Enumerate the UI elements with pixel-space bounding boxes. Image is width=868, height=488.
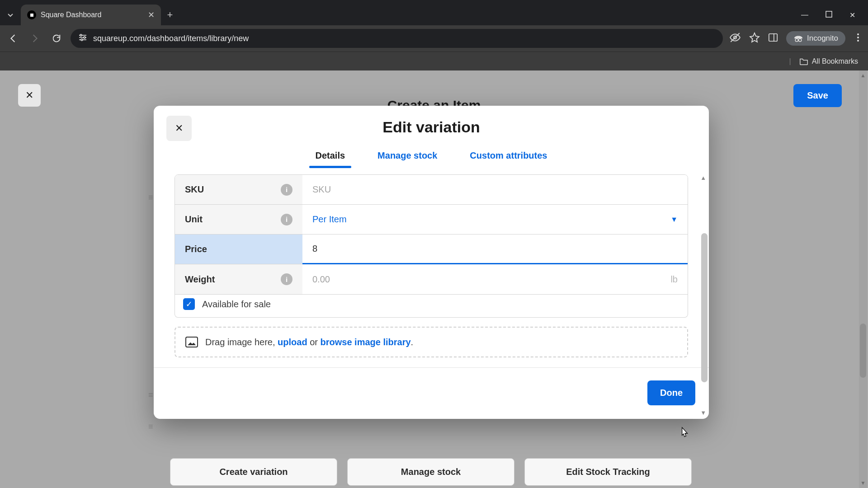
svg-rect-5 <box>769 34 777 42</box>
eye-off-icon[interactable] <box>729 32 741 45</box>
drag-handle-icon: ≡ <box>148 193 153 202</box>
svg-rect-0 <box>826 11 832 17</box>
close-tab-icon[interactable]: ✕ <box>148 10 155 20</box>
all-bookmarks-button[interactable]: All Bookmarks <box>799 57 858 66</box>
info-icon[interactable]: i <box>281 184 292 196</box>
image-dropzone[interactable]: Drag image here, upload or browse image … <box>175 327 688 357</box>
price-input[interactable] <box>312 244 678 254</box>
close-modal-button[interactable]: ✕ <box>166 116 192 141</box>
modal-scroll-thumb[interactable] <box>701 233 708 382</box>
info-icon[interactable]: i <box>281 214 292 225</box>
available-checkbox[interactable]: ✓ <box>183 298 195 310</box>
tab-manage-stock[interactable]: Manage stock <box>374 146 441 168</box>
svg-point-10 <box>857 40 859 42</box>
url-text: squareup.com/dashboard/items/library/new <box>93 34 249 43</box>
unit-label: Unit <box>185 214 203 225</box>
drop-dot: . <box>411 337 414 347</box>
drop-pre-text: Drag image here, <box>205 337 278 347</box>
chevron-down-icon: ▼ <box>670 216 678 224</box>
modal-title: Edit variation <box>166 118 696 136</box>
svg-point-3 <box>81 39 83 41</box>
svg-point-6 <box>795 38 798 41</box>
sku-input[interactable] <box>312 184 678 195</box>
drag-handle-icon: ≡ <box>148 422 153 432</box>
create-variation-button[interactable]: Create variation <box>170 458 337 486</box>
weight-unit-label: lb <box>670 274 678 285</box>
close-page-button[interactable]: ✕ <box>18 84 41 107</box>
price-row: Price <box>175 235 688 264</box>
close-window-icon[interactable]: ✕ <box>849 11 855 19</box>
address-bar[interactable]: squareup.com/dashboard/items/library/new <box>71 29 723 48</box>
svg-point-2 <box>84 37 85 38</box>
new-tab-button[interactable]: + <box>161 5 179 25</box>
browser-toolbar: squareup.com/dashboard/items/library/new… <box>0 25 868 52</box>
back-button[interactable] <box>5 31 21 46</box>
tab-title: Square Dashboard <box>41 11 101 19</box>
bookmark-star-icon[interactable] <box>749 32 760 45</box>
price-label: Price <box>185 244 207 254</box>
site-settings-icon[interactable] <box>79 34 87 43</box>
tab-custom-attributes[interactable]: Custom attributes <box>466 146 551 168</box>
bookmarks-bar: | All Bookmarks <box>0 52 868 70</box>
drag-handle-icon: ≡ <box>148 390 153 400</box>
side-panel-icon[interactable] <box>768 33 778 44</box>
minimize-icon[interactable]: — <box>801 11 808 19</box>
all-bookmarks-label: All Bookmarks <box>812 57 858 66</box>
svg-point-1 <box>80 34 82 36</box>
reload-button[interactable] <box>49 31 64 46</box>
sku-row: SKUi <box>175 175 688 205</box>
kebab-menu-icon[interactable] <box>854 33 863 44</box>
sku-label: SKU <box>185 184 204 195</box>
svg-point-8 <box>857 33 859 35</box>
weight-label: Weight <box>185 274 215 285</box>
info-icon[interactable]: i <box>281 273 292 285</box>
close-icon: ✕ <box>25 89 33 101</box>
modal-scroll-down-icon[interactable]: ▼ <box>700 409 706 416</box>
upload-link[interactable]: upload <box>278 337 307 347</box>
available-label: Available for sale <box>202 299 271 310</box>
weight-input[interactable] <box>312 274 670 285</box>
manage-stock-button[interactable]: Manage stock <box>347 458 514 486</box>
save-button[interactable]: Save <box>793 84 842 107</box>
available-row[interactable]: ✓ Available for sale <box>175 291 688 318</box>
window-controls: — ✕ <box>801 5 868 25</box>
done-button[interactable]: Done <box>647 380 695 405</box>
unit-select[interactable]: Per Item ▼ <box>302 205 688 234</box>
incognito-badge[interactable]: Incognito <box>786 31 845 46</box>
browser-titlebar: Square Dashboard ✕ + — ✕ <box>0 0 868 25</box>
modal-scroll-up-icon[interactable]: ▲ <box>700 174 706 181</box>
tab-details[interactable]: Details <box>312 146 349 168</box>
edit-variation-modal: ✕ Edit variation Details Manage stock Cu… <box>154 106 709 419</box>
weight-row: Weighti lb <box>175 264 688 294</box>
forward-button[interactable] <box>27 31 42 46</box>
drop-or-text: or <box>307 337 321 347</box>
browse-library-link[interactable]: browse image library <box>321 337 411 347</box>
square-favicon-icon <box>27 10 36 19</box>
incognito-label: Incognito <box>807 34 838 43</box>
maximize-icon[interactable] <box>826 11 832 19</box>
page-content: ▲ ▼ ✕ Save Create an Item ≡ ≡ ≡ Create v… <box>0 70 868 488</box>
browser-tab[interactable]: Square Dashboard ✕ <box>21 5 161 25</box>
unit-row: Uniti Per Item ▼ <box>175 205 688 235</box>
svg-point-7 <box>798 38 801 41</box>
unit-value: Per Item <box>312 214 347 225</box>
image-icon <box>185 337 198 347</box>
tabs-dropdown-button[interactable] <box>0 5 21 25</box>
svg-point-9 <box>857 37 859 38</box>
edit-stock-tracking-button[interactable]: Edit Stock Tracking <box>524 458 692 486</box>
